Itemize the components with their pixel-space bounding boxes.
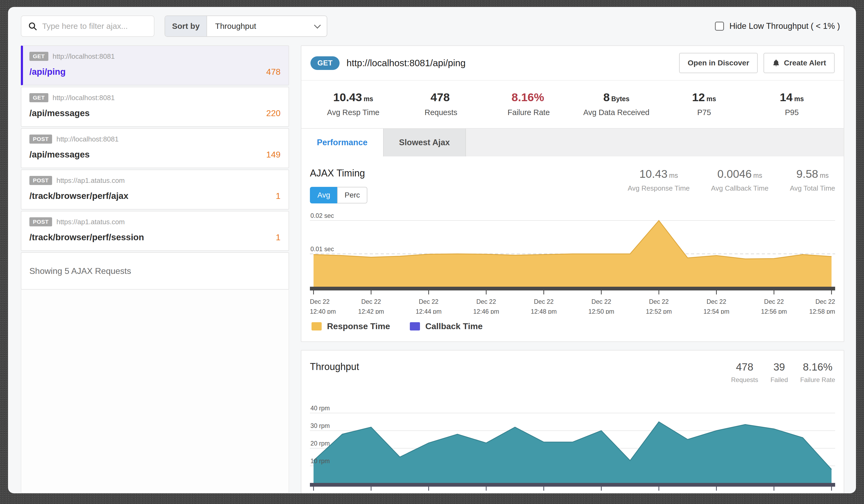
throughput-requests-stat: 478 Requests (731, 361, 758, 384)
stat-failure-rate: 8.16% Failure Rate (485, 91, 573, 117)
svg-text:40 rpm: 40 rpm (310, 405, 330, 411)
throughput-card: Throughput 478 Requests 39 Failed 8.16% (301, 350, 844, 493)
detail-header: GET http://localhost:8081/api/ping Open … (301, 46, 844, 81)
stat-p75: 12ms P75 (660, 91, 748, 117)
bell-icon (772, 59, 780, 67)
sort-by-select[interactable]: Throughput (207, 16, 327, 36)
hide-low-throughput-toggle[interactable]: Hide Low Throughput ( < 1% ) (715, 21, 840, 31)
svg-text:12:58 pm: 12:58 pm (809, 308, 835, 314)
svg-text:Dec 22: Dec 22 (361, 298, 381, 305)
method-badge: POST (29, 176, 52, 185)
stat-requests: 478 Requests (397, 91, 485, 117)
chevron-down-icon (314, 22, 321, 28)
throughput-chart: Dec 2212:40 pmDec 2212:42 pmDec 2212:44 … (310, 401, 835, 493)
throughput-failure-rate-stat: 8.16% Failure Rate (800, 361, 835, 384)
ajax-timing-chart: Dec 2212:40 pmDec 2212:42 pmDec 2212:44 … (310, 212, 835, 314)
request-path: /track/browser/perf/ajax (29, 191, 129, 201)
svg-text:Dec 22: Dec 22 (534, 298, 554, 305)
svg-text:10 rpm: 10 rpm (310, 457, 330, 465)
request-count: 220 (266, 108, 280, 118)
svg-text:12:56 pm: 12:56 pm (761, 308, 787, 314)
svg-text:12:42 pm: 12:42 pm (358, 308, 384, 314)
svg-text:12:46 pm: 12:46 pm (473, 308, 499, 314)
svg-text:12:54 pm: 12:54 pm (704, 308, 729, 314)
response-time-swatch (312, 322, 322, 331)
svg-text:Dec 22: Dec 22 (815, 298, 835, 305)
summary-stats-row: 10.43ms Avg Resp Time 478 Requests 8.16%… (301, 81, 844, 128)
search-input[interactable] (42, 22, 147, 31)
request-list-footer: Showing 5 AJAX Requests (21, 252, 289, 290)
svg-text:Dec 22: Dec 22 (649, 298, 669, 305)
toolbar: Sort by Throughput Hide Low Throughput (… (8, 7, 856, 45)
svg-text:0.02 sec: 0.02 sec (310, 212, 334, 219)
search-icon (28, 21, 37, 31)
svg-text:Dec 22: Dec 22 (764, 298, 784, 305)
checkbox-unchecked-icon[interactable] (715, 22, 724, 31)
method-badge: GET (29, 93, 48, 102)
svg-text:20 rpm: 20 rpm (310, 440, 330, 447)
request-origin: https://ap1.atatus.com (56, 176, 125, 185)
content: GET http://localhost:8081 /api/ping 478 … (8, 45, 856, 493)
ajax-request-item-api-messages-get[interactable]: GET http://localhost:8081 /api/messages … (21, 87, 289, 127)
stat-p95: 14ms P95 (748, 91, 836, 117)
sidebar-empty-area (21, 290, 289, 493)
throughput-title: Throughput (310, 361, 359, 372)
request-count: 1 (276, 191, 280, 201)
sort-by-value: Throughput (215, 22, 256, 31)
svg-text:Dec 22: Dec 22 (707, 298, 727, 305)
svg-text:Dec 22: Dec 22 (310, 298, 330, 305)
request-detail-card: GET http://localhost:8081/api/ping Open … (301, 45, 844, 342)
ajax-request-list: GET http://localhost:8081 /api/ping 478 … (21, 45, 289, 493)
legend-response-time: Response Time (312, 321, 390, 331)
request-url: http://localhost:8081/api/ping (347, 58, 466, 68)
throughput-failed-stat: 39 Failed (770, 361, 788, 384)
tab-slowest-ajax[interactable]: Slowest Ajax (384, 129, 466, 157)
method-badge: POST (29, 135, 52, 144)
svg-text:Dec 22: Dec 22 (591, 298, 611, 305)
svg-text:30 rpm: 30 rpm (310, 422, 330, 429)
ajax-request-item-api-ping[interactable]: GET http://localhost:8081 /api/ping 478 (21, 45, 289, 85)
request-origin: http://localhost:8081 (53, 52, 115, 61)
request-path: /api/messages (29, 108, 90, 118)
request-origin: https://ap1.atatus.com (56, 218, 125, 226)
ajax-request-item-perf-session[interactable]: POST https://ap1.atatus.com /track/brows… (21, 211, 289, 251)
timing-summary: 10.43ms Avg Response Time 0.0046ms Avg C… (627, 168, 835, 193)
request-count: 149 (266, 150, 280, 160)
app-window: Sort by Throughput Hide Low Throughput (… (8, 7, 856, 493)
avg-perc-toggle: Avg Perc (310, 187, 367, 204)
svg-text:12:44 pm: 12:44 pm (416, 308, 442, 314)
create-alert-button[interactable]: Create Alert (764, 53, 835, 73)
method-pill: GET (310, 56, 339, 70)
performance-panel: AJAX Timing Avg Perc 10.43ms Avg Respons… (301, 157, 844, 342)
svg-text:12:50 pm: 12:50 pm (588, 308, 614, 314)
avg-callback-time-stat: 0.0046ms Avg Callback Time (711, 168, 769, 193)
create-alert-label: Create Alert (784, 59, 826, 67)
sort-by-control: Sort by Throughput (165, 15, 327, 37)
ajax-filter-search[interactable] (21, 15, 154, 37)
method-badge: POST (29, 217, 52, 226)
svg-text:0.01 sec: 0.01 sec (310, 246, 334, 253)
perc-toggle-button[interactable]: Perc (337, 187, 368, 204)
ajax-request-item-perf-ajax[interactable]: POST https://ap1.atatus.com /track/brows… (21, 170, 289, 210)
ajax-request-item-api-messages-post[interactable]: POST http://localhost:8081 /api/messages… (21, 128, 289, 168)
svg-text:Dec 22: Dec 22 (419, 298, 439, 305)
avg-toggle-button[interactable]: Avg (310, 187, 337, 204)
sort-by-label: Sort by (165, 16, 207, 36)
open-in-discover-button[interactable]: Open in Discover (679, 53, 758, 73)
request-path: /api/ping (29, 67, 66, 77)
throughput-summary: 478 Requests 39 Failed 8.16% Failure Rat… (731, 361, 836, 384)
request-path: /api/messages (29, 149, 90, 160)
callback-time-swatch (410, 322, 420, 331)
request-path: /track/browser/perf/session (29, 232, 144, 242)
avg-total-time-stat: 9.58ms Avg Total Time (790, 168, 835, 193)
method-badge: GET (29, 52, 48, 61)
detail-panel: GET http://localhost:8081/api/ping Open … (301, 45, 844, 493)
request-count: 478 (266, 67, 280, 77)
request-origin: http://localhost:8081 (53, 94, 115, 102)
request-origin: http://localhost:8081 (56, 135, 119, 143)
stat-avg-data-received: 8Bytes Avg Data Received (573, 91, 660, 117)
svg-text:Dec 22: Dec 22 (476, 298, 496, 305)
svg-text:12:40 pm: 12:40 pm (310, 308, 336, 314)
tab-performance[interactable]: Performance (301, 129, 384, 157)
svg-text:12:48 pm: 12:48 pm (531, 308, 557, 314)
